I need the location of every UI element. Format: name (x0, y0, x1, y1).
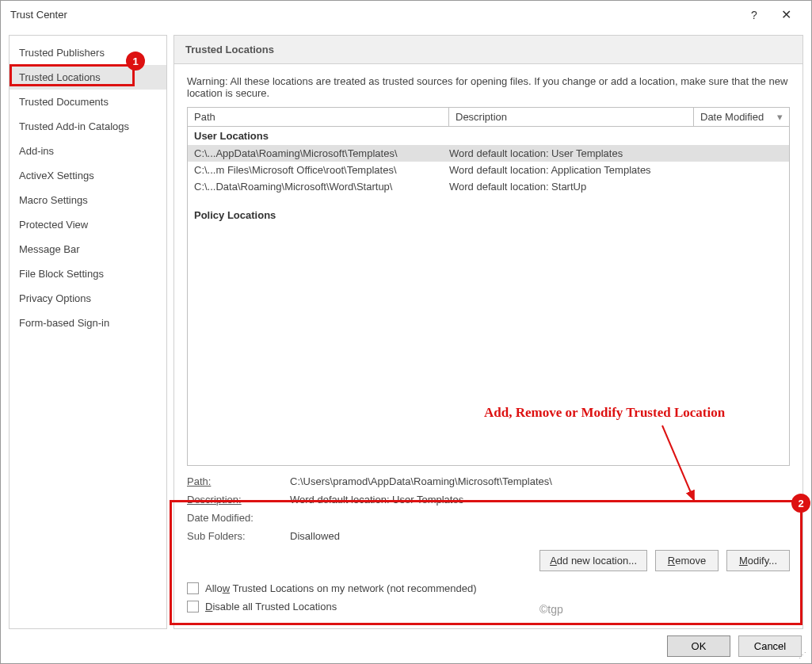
sidebar-item-activex-settings[interactable]: ActiveX Settings (10, 163, 166, 188)
sidebar-item-addins[interactable]: Add-ins (10, 139, 166, 163)
sidebar: Trusted Publishers Trusted Locations Tru… (9, 35, 167, 629)
help-icon[interactable]: ? (738, 9, 770, 21)
titlebar: Trust Center ? ✕ (1, 1, 811, 29)
sidebar-item-trusted-addin-catalogs[interactable]: Trusted Add-in Catalogs (10, 114, 166, 139)
table-body: User Locations C:\...AppData\Roaming\Mic… (188, 127, 789, 465)
sidebar-item-trusted-publishers[interactable]: Trusted Publishers (10, 40, 166, 65)
detail-sub-value: Disallowed (290, 530, 340, 542)
detail-path-label: Path: (187, 475, 290, 487)
table-row[interactable]: C:\...m Files\Microsoft Office\root\Temp… (188, 162, 789, 178)
detail-desc-label: Description: (187, 494, 290, 506)
detail-desc-value: Word default location: User Templates (290, 494, 463, 506)
cancel-button[interactable]: Cancel (738, 635, 802, 657)
table-row[interactable]: C:\...AppData\Roaming\Microsoft\Template… (188, 145, 789, 162)
details-panel: Path: C:\Users\pramod\AppData\Roaming\Mi… (187, 466, 790, 545)
add-location-button[interactable]: Add new location... (539, 550, 647, 571)
dialog-body: Trusted Publishers Trusted Locations Tru… (1, 29, 811, 629)
sidebar-item-privacy-options[interactable]: Privacy Options (10, 286, 166, 311)
disable-all-label: Disable all Trusted Locations (205, 601, 337, 612)
sidebar-item-file-block-settings[interactable]: File Block Settings (10, 261, 166, 286)
allow-network-checkbox[interactable] (187, 582, 199, 594)
col-description[interactable]: Description (449, 108, 694, 126)
sidebar-item-message-bar[interactable]: Message Bar (10, 237, 166, 261)
remove-button[interactable]: Remove (655, 550, 719, 571)
allow-network-label: Allow Trusted Locations on my network (n… (205, 582, 477, 594)
dialog-footer: OK Cancel (1, 629, 811, 663)
table-header: Path Description Date Modified ▾ (188, 108, 789, 127)
locations-table: Path Description Date Modified ▾ User Lo… (187, 107, 790, 466)
sidebar-item-protected-view[interactable]: Protected View (10, 212, 166, 237)
actions-row: Add new location... Remove Modify... (187, 545, 790, 579)
group-user-locations: User Locations (188, 127, 789, 145)
col-date[interactable]: Date Modified ▾ (694, 108, 789, 126)
sidebar-item-trusted-locations[interactable]: Trusted Locations (10, 65, 166, 90)
close-icon[interactable]: ✕ (770, 7, 802, 22)
watermark: ©tgp (539, 603, 563, 616)
table-row[interactable]: C:\...Data\Roaming\Microsoft\Word\Startu… (188, 178, 789, 195)
trust-center-dialog: Trust Center ? ✕ Trusted Publishers Trus… (0, 0, 812, 664)
modify-button[interactable]: Modify... (726, 550, 790, 571)
resize-grip-icon[interactable]: ⋰ (799, 651, 808, 660)
sidebar-item-form-signin[interactable]: Form-based Sign-in (10, 311, 166, 335)
disable-all-checkbox[interactable] (187, 601, 199, 612)
group-policy-locations: Policy Locations (188, 206, 789, 224)
section-header: Trusted Locations (174, 36, 802, 64)
detail-sub-label: Sub Folders: (187, 530, 290, 542)
warning-text: Warning: All these locations are treated… (187, 75, 790, 99)
sidebar-item-trusted-documents[interactable]: Trusted Documents (10, 90, 166, 114)
window-title: Trust Center (10, 9, 738, 21)
checkbox-group: Allow Trusted Locations on my network (n… (187, 579, 790, 620)
sort-icon: ▾ (777, 111, 783, 123)
detail-date-label: Date Modified: (187, 512, 290, 524)
detail-path-value: C:\Users\pramod\AppData\Roaming\Microsof… (290, 475, 552, 487)
sidebar-item-macro-settings[interactable]: Macro Settings (10, 188, 166, 212)
content-panel: Trusted Locations Warning: All these loc… (173, 35, 803, 629)
col-path[interactable]: Path (188, 108, 449, 126)
ok-button[interactable]: OK (667, 635, 730, 657)
